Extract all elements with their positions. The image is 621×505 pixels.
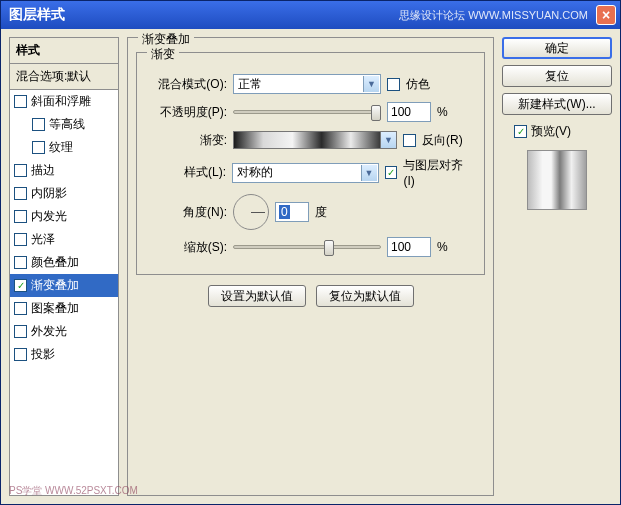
watermark-text: 思缘设计论坛 WWW.MISSYUAN.COM — [399, 8, 588, 23]
dither-label: 仿色 — [406, 76, 430, 93]
opacity-input[interactable]: 100 — [387, 102, 431, 122]
cancel-button[interactable]: 复位 — [502, 65, 612, 87]
style-item-0[interactable]: 斜面和浮雕 — [10, 90, 118, 113]
style-checkbox[interactable] — [14, 233, 27, 246]
style-item-8[interactable]: ✓渐变叠加 — [10, 274, 118, 297]
layer-style-dialog: 图层样式 思缘设计论坛 WWW.MISSYUAN.COM × 样式 混合选项:默… — [0, 0, 621, 505]
settings-panel: 渐变叠加 渐变 混合模式(O): 正常 ▼ 仿色 不透明度(P): 100 — [127, 37, 494, 496]
style-item-6[interactable]: 光泽 — [10, 228, 118, 251]
footer-watermark: PS学堂 WWW.52PSXT.COM — [9, 484, 138, 498]
opacity-slider[interactable] — [233, 110, 381, 114]
scale-unit: % — [437, 240, 448, 254]
style-item-label: 内阴影 — [31, 185, 67, 202]
style-checkbox[interactable] — [32, 118, 45, 131]
style-item-label: 内发光 — [31, 208, 67, 225]
close-icon: × — [602, 7, 610, 23]
style-item-2[interactable]: 纹理 — [10, 136, 118, 159]
style-item-4[interactable]: 内阴影 — [10, 182, 118, 205]
style-item-label: 描边 — [31, 162, 55, 179]
style-item-5[interactable]: 内发光 — [10, 205, 118, 228]
angle-unit: 度 — [315, 204, 327, 221]
angle-dial[interactable] — [233, 194, 269, 230]
preview-label: 预览(V) — [531, 123, 571, 140]
style-checkbox[interactable] — [14, 164, 27, 177]
style-item-label: 纹理 — [49, 139, 73, 156]
angle-label: 角度(N): — [147, 204, 227, 221]
style-item-label: 投影 — [31, 346, 55, 363]
gradient-dropdown-button[interactable]: ▼ — [381, 131, 397, 149]
preview-thumbnail — [527, 150, 587, 210]
angle-input[interactable]: 0 — [275, 202, 309, 222]
gradient-label: 渐变: — [147, 132, 227, 149]
style-item-label: 光泽 — [31, 231, 55, 248]
gradient-group: 渐变 混合模式(O): 正常 ▼ 仿色 不透明度(P): 100 % — [136, 52, 485, 275]
style-checkbox[interactable] — [14, 348, 27, 361]
window-title: 图层样式 — [5, 6, 399, 24]
chevron-down-icon: ▼ — [361, 165, 377, 181]
gradient-preview[interactable] — [233, 131, 381, 149]
style-item-11[interactable]: 投影 — [10, 343, 118, 366]
preview-checkbox[interactable]: ✓ — [514, 125, 527, 138]
style-item-label: 图案叠加 — [31, 300, 79, 317]
sidebar-header[interactable]: 样式 — [9, 37, 119, 64]
style-checkbox[interactable] — [14, 95, 27, 108]
chevron-down-icon: ▼ — [384, 135, 393, 145]
reverse-checkbox[interactable] — [403, 134, 416, 147]
ok-button[interactable]: 确定 — [502, 37, 612, 59]
dither-checkbox[interactable] — [387, 78, 400, 91]
style-checkbox[interactable] — [32, 141, 45, 154]
style-item-3[interactable]: 描边 — [10, 159, 118, 182]
style-checkbox[interactable] — [14, 325, 27, 338]
blend-mode-label: 混合模式(O): — [147, 76, 227, 93]
dialog-body: 样式 混合选项:默认 斜面和浮雕等高线纹理描边内阴影内发光光泽颜色叠加✓渐变叠加… — [1, 29, 620, 504]
align-label: 与图层对齐(I) — [403, 157, 474, 188]
reset-default-button[interactable]: 复位为默认值 — [316, 285, 414, 307]
style-checkbox[interactable] — [14, 302, 27, 315]
style-list: 斜面和浮雕等高线纹理描边内阴影内发光光泽颜色叠加✓渐变叠加图案叠加外发光投影 — [9, 90, 119, 496]
align-checkbox[interactable]: ✓ — [385, 166, 398, 179]
sidebar-blending-options[interactable]: 混合选项:默认 — [9, 64, 119, 90]
opacity-label: 不透明度(P): — [147, 104, 227, 121]
style-checkbox[interactable] — [14, 187, 27, 200]
close-button[interactable]: × — [596, 5, 616, 25]
style-checkbox[interactable] — [14, 210, 27, 223]
style-checkbox[interactable]: ✓ — [14, 279, 27, 292]
style-item-label: 斜面和浮雕 — [31, 93, 91, 110]
scale-slider[interactable] — [233, 245, 381, 249]
make-default-button[interactable]: 设置为默认值 — [208, 285, 306, 307]
scale-input[interactable]: 100 — [387, 237, 431, 257]
style-item-10[interactable]: 外发光 — [10, 320, 118, 343]
style-item-1[interactable]: 等高线 — [10, 113, 118, 136]
style-item-label: 颜色叠加 — [31, 254, 79, 271]
chevron-down-icon: ▼ — [363, 76, 379, 92]
style-select[interactable]: 对称的 ▼ — [232, 163, 378, 183]
blend-mode-value: 正常 — [238, 76, 262, 93]
style-value: 对称的 — [237, 164, 273, 181]
style-item-7[interactable]: 颜色叠加 — [10, 251, 118, 274]
style-item-label: 外发光 — [31, 323, 67, 340]
style-item-label: 渐变叠加 — [31, 277, 79, 294]
right-buttons: 确定 复位 新建样式(W)... ✓ 预览(V) — [502, 37, 612, 496]
opacity-unit: % — [437, 105, 448, 119]
titlebar[interactable]: 图层样式 思缘设计论坛 WWW.MISSYUAN.COM × — [1, 1, 620, 29]
style-label: 样式(L): — [147, 164, 226, 181]
new-style-button[interactable]: 新建样式(W)... — [502, 93, 612, 115]
blend-mode-select[interactable]: 正常 ▼ — [233, 74, 381, 94]
style-checkbox[interactable] — [14, 256, 27, 269]
style-item-9[interactable]: 图案叠加 — [10, 297, 118, 320]
style-item-label: 等高线 — [49, 116, 85, 133]
inner-group-title: 渐变 — [147, 46, 179, 63]
reverse-label: 反向(R) — [422, 132, 463, 149]
styles-sidebar: 样式 混合选项:默认 斜面和浮雕等高线纹理描边内阴影内发光光泽颜色叠加✓渐变叠加… — [9, 37, 119, 496]
scale-label: 缩放(S): — [147, 239, 227, 256]
